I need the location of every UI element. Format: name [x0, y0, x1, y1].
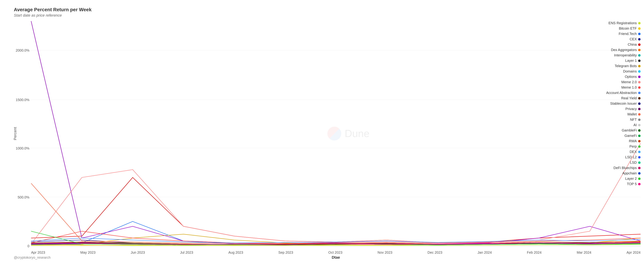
legend-item: AI — [592, 123, 640, 127]
chart-line — [31, 177, 640, 243]
x-tick: Jun 2023 — [131, 250, 145, 254]
chart-svg — [31, 21, 640, 246]
legend-label: Layer 1 — [625, 59, 637, 63]
legend-label: Layer 2 — [625, 177, 637, 181]
legend-dot — [638, 76, 640, 78]
legend-dot — [638, 49, 640, 51]
legend-dot — [638, 151, 640, 153]
legend-dot — [638, 156, 640, 158]
legend-dot — [638, 119, 640, 121]
legend-dot — [638, 172, 640, 175]
legend-dot — [638, 86, 640, 89]
legend-item: DEX — [592, 150, 640, 154]
chart-subtitle: Start date as price reference — [14, 13, 640, 18]
legend-label: CEX — [630, 37, 637, 41]
x-tick: Dec 2023 — [428, 250, 442, 254]
x-tick: Oct 2023 — [328, 250, 342, 254]
legend-item: Wallet — [592, 112, 640, 116]
legend-dot — [638, 135, 640, 137]
legend-item: Dex Aggregators — [592, 48, 640, 52]
y-tick: 0 — [28, 244, 30, 248]
legend-dot — [638, 44, 640, 46]
x-tick: Nov 2023 — [378, 250, 392, 254]
chart-container: Average Percent Return per Week Start da… — [0, 0, 644, 263]
legend-item: NFT — [592, 118, 640, 122]
x-tick: Apr 2023 — [31, 250, 45, 254]
legend-label: Friend.Tech — [619, 32, 637, 36]
legend-dot — [638, 70, 640, 73]
y-tick: 500.0% — [18, 195, 30, 199]
x-tick: Jul 2023 — [180, 250, 193, 254]
legend-dot — [638, 177, 640, 180]
x-tick: Sep 2023 — [278, 250, 293, 254]
footer-credit: @cryptokoryo_research — [14, 255, 51, 259]
legend-dot — [638, 113, 640, 116]
legend-item: Friend.Tech — [592, 32, 640, 36]
legend-dot — [638, 38, 640, 41]
legend-item: ENS Registrations — [592, 21, 640, 25]
legend-item: Stablecoin Issuer — [592, 102, 640, 106]
legend-dot — [638, 33, 640, 35]
legend-label: NFT — [630, 118, 637, 122]
y-axis-label: Percent — [13, 127, 18, 140]
legend-dot — [638, 129, 640, 132]
legend-label: ENS Registrations — [608, 21, 637, 25]
x-axis-label: Dtae — [332, 255, 340, 260]
legend-label: Wallet — [627, 112, 637, 116]
legend-item: GameFi — [592, 134, 640, 138]
legend-item: LSD L2 — [592, 155, 640, 159]
x-tick: Aug 2023 — [228, 250, 243, 254]
legend-item: China — [592, 43, 640, 47]
legend-label: Real Yield — [621, 96, 637, 100]
y-tick: 1500.0% — [16, 98, 30, 102]
x-tick: Jan 2024 — [478, 250, 492, 254]
legend-label: Domains — [623, 69, 637, 73]
x-tick: Feb 2024 — [527, 250, 542, 254]
legend-dot — [638, 140, 640, 142]
legend-label: Appchain — [622, 171, 637, 175]
chart-line — [31, 183, 640, 244]
legend-item: Telegram Bots — [592, 64, 640, 68]
legend-dot — [638, 145, 640, 148]
legend-dot — [638, 124, 640, 126]
legend-dot — [638, 97, 640, 100]
chart-area: Percent 2000.0%1500.0%1000.0%500.0%0 Dun… — [14, 21, 640, 246]
legend-item: Layer 2 — [592, 177, 640, 181]
legend-label: Dex Aggregators — [611, 48, 637, 52]
y-axis: Percent 2000.0%1500.0%1000.0%500.0%0 — [14, 21, 31, 246]
legend-item: Meme 2.0 — [592, 80, 640, 84]
legend-label: Bitcoin ETF — [619, 27, 637, 31]
legend-label: Perp — [630, 144, 637, 148]
legend-item: Perp — [592, 144, 640, 148]
legend-item: Real Yield — [592, 96, 640, 100]
legend-dot — [638, 22, 640, 24]
legend-item: Appchain — [592, 171, 640, 175]
legend-label: Stablecoin Issuer — [610, 102, 637, 106]
legend-dot — [638, 60, 640, 62]
legend-label: Meme 2.0 — [621, 80, 637, 84]
legend-dot — [638, 92, 640, 94]
legend-label: AI — [634, 123, 637, 127]
legend-label: GambleFi — [622, 128, 637, 132]
chart-title: Average Percent Return per Week — [14, 7, 640, 13]
legend-item: Privacy — [592, 107, 640, 111]
y-tick: 1000.0% — [16, 146, 30, 150]
legend-item: Meme 1.0 — [592, 86, 640, 89]
legend-label: Meme 1.0 — [621, 86, 637, 89]
legend-item: Layer 1 — [592, 59, 640, 63]
legend: ENS RegistrationsBitcoin ETFFriend.TechC… — [592, 21, 640, 186]
legend-item: Interoperability — [592, 53, 640, 57]
legend-item: DeFi Bluechips — [592, 166, 640, 170]
legend-label: RWA — [629, 139, 637, 143]
legend-label: GameFi — [624, 134, 637, 138]
legend-label: Privacy — [625, 107, 637, 111]
legend-label: DeFi Bluechips — [614, 166, 637, 170]
y-tick: 2000.0% — [16, 49, 30, 53]
legend-item: LSD — [592, 161, 640, 165]
plot-area: Dune Apr 2023May 2023Jun 2023Jul 2023Aug… — [31, 21, 640, 246]
legend-item: Options — [592, 75, 640, 79]
x-tick: May 2023 — [80, 250, 96, 254]
x-tick: Mar 2024 — [577, 250, 592, 254]
legend-label: DEX — [630, 150, 637, 154]
legend-label: China — [628, 43, 637, 47]
